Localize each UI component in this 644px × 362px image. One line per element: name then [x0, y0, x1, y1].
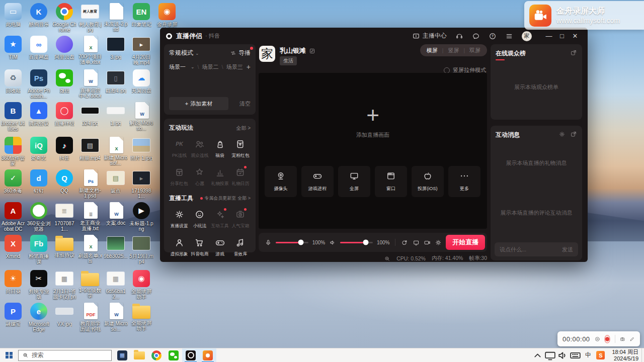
desktop-icon[interactable]: P融媒宝: [1, 303, 25, 327]
menu-icon[interactable]: [505, 32, 513, 40]
clear-button[interactable]: 清空: [239, 100, 251, 108]
desktop-icon[interactable]: ▦6d56ba12...: [104, 270, 128, 300]
tool-item[interactable]: 游戏: [210, 237, 230, 257]
annotate-button[interactable]: [629, 335, 635, 343]
desktop-icon[interactable]: W文案.doc: [104, 202, 128, 226]
interact-item[interactable]: PKPK连线: [169, 139, 190, 159]
desktop-icon[interactable]: Fb粉笔直播课: [27, 235, 51, 264]
user-avatar[interactable]: 家: [522, 31, 532, 41]
desktop-icon[interactable]: 024.jpg: [78, 102, 102, 126]
desktop-icon[interactable]: ≣老王商业直播.txt: [78, 202, 102, 231]
desktop-icon[interactable]: ▶未标题-1.png: [129, 202, 153, 232]
desktop-icon[interactable]: 9bb3025...: [104, 235, 128, 259]
source-window[interactable]: 窗口: [375, 166, 407, 197]
tool-item[interactable]: 虚拟形象: [169, 237, 190, 257]
desktop-icon[interactable]: PsAdobe Photosh...: [27, 69, 51, 99]
sogou-ime-icon[interactable]: S: [596, 351, 605, 359]
headset-icon[interactable]: [455, 32, 463, 40]
beauty-icon[interactable]: [401, 239, 408, 246]
popout-icon[interactable]: [570, 131, 577, 138]
desktop-icon[interactable]: ★TIM: [1, 36, 25, 60]
add-screen-button[interactable]: + 添加直播画面: [259, 104, 487, 139]
desktop-icon[interactable]: 1.jpg: [104, 102, 128, 126]
interact-item[interactable]: 礼物投票: [210, 167, 230, 187]
desktop-icon[interactable]: BBrother Utilities: [1, 102, 25, 132]
orientation-2[interactable]: 竖屏: [448, 47, 459, 54]
desktop-icon[interactable]: d钉钉: [27, 169, 51, 194]
desktop-icon[interactable]: ♻回收站: [1, 69, 25, 94]
settings-gear-icon[interactable]: [435, 239, 442, 246]
taskbar-app-file-explorer[interactable]: [131, 348, 148, 362]
desktop-icon[interactable]: ◉全能录屏助手: [129, 270, 153, 300]
desktop-icon[interactable]: W新建 Microso...: [104, 303, 128, 332]
search-input[interactable]: 搜索: [18, 350, 112, 361]
desktop-icon[interactable]: 全能录屏助手: [129, 303, 153, 331]
desktop-icon[interactable]: ▦2月1日-答题卡(2).png: [52, 270, 76, 300]
tool-item[interactable]: 互动工具: [210, 209, 230, 229]
tool-item[interactable]: 小玩法: [190, 209, 210, 229]
interact-item[interactable]: 观众连线: [190, 139, 210, 159]
send-button[interactable]: 发送: [562, 246, 573, 253]
ime-indicator[interactable]: 中: [582, 348, 594, 362]
start-button[interactable]: [0, 348, 18, 362]
desktop-icon[interactable]: ▤返点: [104, 169, 128, 194]
scene-tab-3[interactable]: 场景三: [226, 63, 243, 71]
desktop-icon[interactable]: XXmind: [1, 235, 25, 259]
director-button[interactable]: 导播: [230, 49, 251, 57]
desktop-icon[interactable]: 3.jpg: [104, 36, 128, 60]
record-button[interactable]: [604, 335, 610, 343]
desktop-icon[interactable]: 树人教育树人教育.jpg: [78, 3, 102, 33]
desktop-icon[interactable]: AAdobe Acrobat DC: [1, 202, 25, 232]
interact-item[interactable]: 心愿: [190, 167, 210, 187]
add-scene-button[interactable]: +: [247, 63, 251, 71]
desktop-icon[interactable]: 360安全浏览器: [27, 202, 51, 232]
desktop-icon[interactable]: 微信: [52, 69, 76, 94]
desktop-icon[interactable]: Google Chrome: [52, 3, 76, 33]
desktop-icon[interactable]: ♪抖音: [52, 137, 76, 161]
source-dots[interactable]: 更多: [448, 166, 480, 197]
interact-item[interactable]: 分享红包: [169, 167, 190, 187]
source-webcam[interactable]: 摄像头: [265, 166, 297, 197]
desktop-icon[interactable]: W直播运营中心.docx: [78, 69, 102, 99]
tools-all-link[interactable]: 全部 >: [237, 195, 251, 202]
touch-keyboard-icon[interactable]: [569, 348, 582, 362]
feedback-icon[interactable]: [472, 32, 480, 40]
desktop-icon[interactable]: eMicrosoft Edge: [27, 303, 51, 332]
interact-all-link[interactable]: 全部 >: [236, 125, 251, 132]
edit-icon[interactable]: [309, 48, 315, 54]
screenshot-button[interactable]: [620, 335, 625, 343]
zoom-icon[interactable]: [384, 255, 390, 262]
scene-tab-2[interactable]: 场景二: [202, 63, 219, 71]
virtual-camera-icon[interactable]: [413, 239, 420, 246]
network-icon[interactable]: [544, 348, 556, 362]
desktop-icon[interactable]: 1-6年级数学: [78, 270, 102, 299]
close-button[interactable]: ✕: [569, 31, 582, 42]
scene-mode-dropdown[interactable]: 常规模式: [169, 49, 193, 57]
desktop-icon[interactable]: 排班协议: [52, 235, 76, 258]
orientation-1[interactable]: 横屏: [427, 47, 438, 54]
orientation-3[interactable]: 双屏: [469, 47, 480, 54]
tool-item[interactable]: 抖音电商: [190, 237, 210, 257]
desktop-icon[interactable]: ▭此电脑: [1, 3, 25, 27]
desktop-icon[interactable]: ▤相册.mp4: [78, 137, 102, 161]
desktop-icon[interactable]: X新建 Microsof...: [104, 137, 128, 166]
source-monitor[interactable]: 全屏: [338, 166, 370, 197]
taskbar-app-live-companion[interactable]: [182, 348, 199, 362]
desktop-icon[interactable]: ◯直播伴侣: [52, 102, 76, 126]
show-desktop-button[interactable]: [641, 348, 644, 362]
audience-tab[interactable]: 在线观众榜: [496, 49, 526, 58]
source-apple[interactable]: 投屏(iOS): [412, 166, 444, 197]
taskbar-app-chrome[interactable]: [148, 348, 165, 362]
maximize-button[interactable]: □: [555, 31, 569, 42]
add-material-button[interactable]: + 添加素材: [169, 97, 228, 110]
record-camera-icon[interactable]: [424, 239, 431, 246]
volume-icon[interactable]: [556, 348, 569, 362]
desktop-icon[interactable]: W解说 Microso...: [129, 102, 153, 131]
desktop-icon[interactable]: 阿里云盘: [52, 36, 76, 60]
interact-item[interactable]: 福袋: [210, 139, 230, 159]
chat-input[interactable]: 说点什么... 发送: [495, 242, 578, 256]
desktop-icon[interactable]: 照片 1.jpg: [129, 137, 153, 161]
speaker-volume-slider[interactable]: [340, 242, 372, 243]
source-gamepad[interactable]: 游戏进程: [301, 166, 334, 197]
desktop-icon[interactable]: ≣17070871...: [52, 202, 76, 232]
